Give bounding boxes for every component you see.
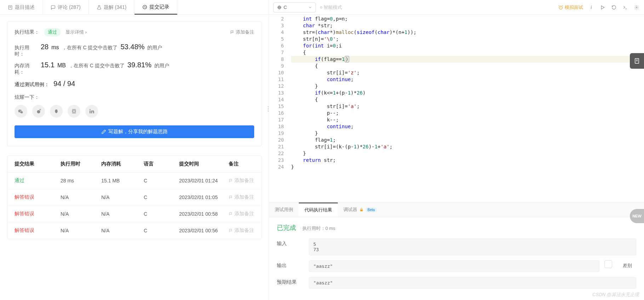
tab-description[interactable]: 题目描述 [0, 0, 43, 15]
svg-rect-23 [360, 210, 363, 211]
tab-comments[interactable]: 评论 (287) [43, 0, 89, 15]
lock-icon [359, 208, 364, 212]
cell-when: 2023/02/01 00:58 [179, 211, 229, 217]
gear-icon[interactable] [633, 4, 640, 11]
flag-icon [230, 30, 234, 34]
splitter[interactable] [268, 106, 269, 112]
svg-point-22 [636, 7, 637, 8]
reset-icon[interactable] [611, 4, 617, 11]
right-panel: C 智能模式 模拟面试 i 2345678910111213141516171 [269, 0, 644, 300]
rtab-exec[interactable]: 代码执行结果 [299, 203, 338, 217]
write-solution-button[interactable]: 写题解，分享我的解题思路 [15, 125, 254, 138]
linkedin-icon[interactable] [85, 105, 98, 118]
svg-point-5 [37, 110, 40, 113]
svg-point-12 [90, 109, 91, 110]
cell-result: 解答错误 [15, 227, 61, 234]
cell-mem: N/A [101, 194, 144, 200]
mock-interview-button[interactable]: 模拟面试 [558, 4, 583, 11]
result-card: 执行结果： 通过 显示详情 › 添加备注 执行用时： 28 ms ，在所有 C … [7, 21, 262, 146]
flag-icon [229, 195, 233, 199]
svg-rect-9 [73, 111, 76, 112]
flag-icon [229, 212, 233, 216]
chevron-down-icon [308, 6, 312, 9]
terminal-icon[interactable] [622, 4, 628, 11]
watermark: CSDN @算法永无止境 [592, 291, 639, 298]
exec-status: 已完成 [277, 223, 296, 232]
line-gutter: 23456789101112131415161718192021222324 [269, 15, 287, 202]
code-editor[interactable]: 23456789101112131415161718192021222324 i… [269, 15, 644, 202]
tab-label: 题目描述 [15, 4, 35, 11]
alarm-icon [558, 5, 563, 10]
input-box[interactable]: 5 73 [309, 238, 636, 255]
table-header: 提交结果 执行用时 内存消耗 语言 提交时间 备注 [7, 156, 261, 172]
svg-rect-11 [90, 111, 91, 113]
cell-result: 解答错误 [15, 211, 61, 217]
show-detail-link[interactable]: 显示详情 › [65, 29, 87, 35]
info-icon[interactable]: i [588, 4, 594, 11]
memory-row: 内存消耗： 15.1 MB ，在所有 C 提交中击败了 39.81% 的用户 [15, 61, 254, 75]
flag-icon [229, 179, 233, 183]
expected-box[interactable]: "aaszz" [309, 277, 636, 289]
float-notes-button[interactable] [630, 53, 644, 69]
dot-icon [320, 6, 322, 9]
douban-icon[interactable] [68, 105, 80, 118]
wechat-icon[interactable] [15, 105, 27, 118]
testcase-row: 通过测试用例： 94 / 94 [15, 80, 254, 88]
add-note-button[interactable]: 添加备注 [230, 29, 254, 35]
diff-checkbox[interactable] [604, 260, 612, 268]
tab-solutions[interactable]: 题解 (341) [89, 0, 135, 15]
cell-mem: 15.1 MB [101, 178, 144, 183]
table-row[interactable]: 通过28 ms15.1 MBC2023/02/01 01:24 添加备注 [7, 172, 261, 189]
table-row[interactable]: 解答错误N/AN/AC2023/02/01 01:05 添加备注 [7, 189, 261, 206]
weibo-icon[interactable] [32, 105, 45, 118]
editor-toolbar: C 智能模式 模拟面试 i [269, 0, 644, 15]
tab-label: 提交记录 [149, 4, 169, 10]
cell-note[interactable]: 添加备注 [229, 194, 254, 200]
cell-when: 2023/02/01 01:05 [179, 194, 229, 200]
expected-row: 预期结果 "aaszz" [277, 277, 636, 289]
qq-icon[interactable] [50, 105, 63, 118]
cell-time: N/A [61, 211, 101, 217]
doc-icon [8, 5, 13, 10]
cell-lang: C [144, 178, 179, 183]
tab-label: 题解 (341) [104, 4, 127, 11]
diff-button[interactable]: 差别 [619, 260, 636, 269]
share-label: 炫耀一下： [15, 94, 254, 101]
cell-time: N/A [61, 194, 101, 200]
left-panel: 题目描述 评论 (287) 题解 (341) 提交记录 执行结果： 通过 [0, 0, 269, 300]
pencil-icon [101, 129, 106, 134]
flag-icon [229, 228, 233, 233]
tab-submissions[interactable]: 提交记录 [135, 0, 177, 15]
result-tabs: 测试用例 代码执行结果 调试器 Beta [269, 202, 644, 217]
history-icon [142, 5, 147, 10]
share-icons [15, 105, 254, 118]
cell-note[interactable]: 添加备注 [229, 227, 254, 234]
cell-mem: N/A [101, 228, 144, 233]
svg-marker-20 [602, 6, 604, 9]
input-row: 输入 5 73 [277, 238, 636, 255]
cell-lang: C [144, 228, 179, 233]
cell-lang: C [144, 211, 179, 217]
cell-note[interactable]: 添加备注 [229, 211, 254, 217]
code-content[interactable]: int flag=0,p=n; char *str; str=(char*)ma… [287, 15, 644, 202]
problem-tabs: 题目描述 评论 (287) 题解 (341) 提交记录 [0, 0, 269, 15]
play-icon[interactable] [599, 4, 606, 11]
cell-note[interactable]: 添加备注 [229, 177, 254, 184]
mode-label[interactable]: 智能模式 [320, 4, 342, 11]
submissions-table: 提交结果 执行用时 内存消耗 语言 提交时间 备注 通过28 ms15.1 MB… [7, 155, 262, 239]
table-row[interactable]: 解答错误N/AN/AC2023/02/01 00:58 添加备注 [7, 206, 261, 222]
cell-time: N/A [61, 228, 101, 233]
status-badge: 通过 [44, 28, 61, 36]
table-row[interactable]: 解答错误N/AN/AC2023/02/01 00:56 添加备注 [7, 222, 261, 239]
tab-label: 评论 (287) [58, 4, 81, 11]
beta-badge: Beta [366, 208, 377, 212]
language-select[interactable]: C [273, 2, 316, 12]
rtab-debugger[interactable]: 调试器 Beta [338, 203, 382, 217]
svg-line-18 [559, 5, 559, 6]
globe-icon [277, 5, 281, 10]
float-new-badge[interactable]: NEW [630, 209, 644, 223]
output-box[interactable]: "aaszz" [309, 260, 599, 272]
rtab-testcase[interactable]: 测试用例 [269, 203, 299, 217]
output-row: 输出 "aaszz" 差别 [277, 260, 636, 272]
svg-point-6 [40, 109, 41, 110]
